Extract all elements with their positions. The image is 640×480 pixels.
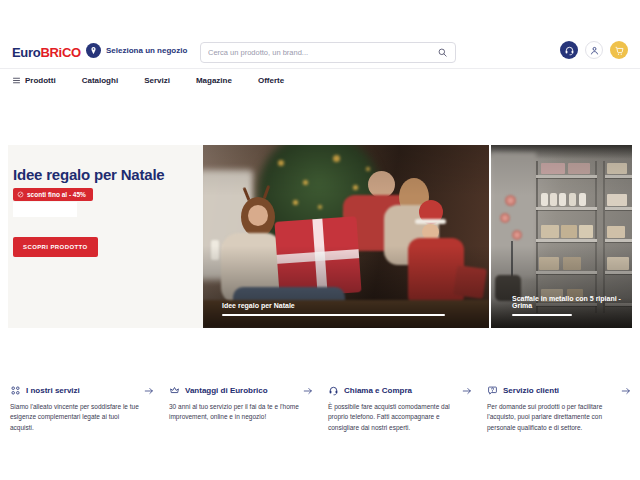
nav-item-magazine[interactable]: Magazine xyxy=(196,76,232,85)
service-card-nostri-servizi: I nostri servizi Siamo l'alleato vincent… xyxy=(10,385,154,433)
service-description: Siamo l'alleato vincente per soddisfare … xyxy=(10,402,154,433)
account-button[interactable] xyxy=(585,41,603,59)
service-link[interactable]: I nostri servizi xyxy=(10,385,154,396)
logo[interactable]: EuroBRiCO xyxy=(12,45,81,60)
nav-item-label: Magazine xyxy=(196,76,232,85)
service-title: I nostri servizi xyxy=(26,386,139,395)
nav-item-label: Offerte xyxy=(258,76,284,85)
service-description: 30 anni al tuo servizio per il fai da te… xyxy=(169,402,313,423)
service-link[interactable]: Chiama e Compra xyxy=(328,385,472,396)
header-actions xyxy=(560,41,628,59)
service-title: Chiama e Compra xyxy=(344,386,457,395)
location-pin-icon xyxy=(86,43,101,58)
headset-icon xyxy=(564,45,575,56)
services-section: I nostri servizi Siamo l'alleato vincent… xyxy=(10,385,632,433)
arrow-right-icon xyxy=(144,386,154,396)
percent-circle-icon xyxy=(17,191,24,198)
slide-caption: Scaffale in metallo con 5 ripiani - Grim… xyxy=(512,295,632,309)
grid-dots-icon xyxy=(10,385,21,396)
service-description: È possibile fare acquisti comodamente da… xyxy=(328,402,472,433)
arrow-right-icon xyxy=(462,386,472,396)
store-selector[interactable]: Seleziona un negozio xyxy=(86,43,187,58)
service-title: Vantaggi di Eurobrico xyxy=(185,386,298,395)
hero-text-panel: Idee regalo per Natale sconti fino al - … xyxy=(8,145,203,328)
hero-title: Idee regalo per Natale xyxy=(13,166,165,183)
hero-slide-christmas[interactable]: Idee regalo per Natale xyxy=(203,145,489,328)
store-selector-label: Seleziona un negozio xyxy=(106,46,187,55)
arrow-right-icon xyxy=(303,386,313,396)
logo-text-brico: BRiCO xyxy=(40,45,80,60)
nav-item-cataloghi[interactable]: Cataloghi xyxy=(82,76,118,85)
search-input[interactable] xyxy=(208,48,437,57)
user-icon xyxy=(589,45,600,56)
discover-product-button[interactable]: SCOPRI PRODOTTO xyxy=(13,237,98,257)
nav-item-offerte[interactable]: Offerte xyxy=(258,76,284,85)
nav-item-label: Servizi xyxy=(144,76,170,85)
chat-question-icon xyxy=(487,385,498,396)
nav-item-label: Prodotti xyxy=(25,76,56,85)
nav-item-servizi[interactable]: Servizi xyxy=(144,76,170,85)
support-button[interactable] xyxy=(560,41,578,59)
service-description: Per domande sui prodotti o per facilitar… xyxy=(487,402,631,433)
headset-icon xyxy=(328,385,339,396)
discount-badge-label: sconti fino al - 45% xyxy=(27,191,86,198)
service-link[interactable]: Servizio clienti xyxy=(487,385,631,396)
slide-gradient-overlay xyxy=(203,145,489,328)
logo-text-euro: Euro xyxy=(12,45,40,60)
search-bar xyxy=(200,42,456,63)
arrow-right-icon xyxy=(621,386,631,396)
service-card-vantaggi: Vantaggi di Eurobrico 30 anni al tuo ser… xyxy=(169,385,313,433)
nav-item-prodotti[interactable]: Prodotti xyxy=(12,76,56,85)
crown-icon xyxy=(169,385,180,396)
header-divider xyxy=(0,68,640,69)
slide-progress-bar xyxy=(512,314,572,316)
discount-badge: sconti fino al - 45% xyxy=(13,188,93,201)
search-icon[interactable] xyxy=(437,47,448,58)
cart-button[interactable] xyxy=(610,41,628,59)
slide-caption: Idee regalo per Natale xyxy=(222,302,295,309)
service-title: Servizio clienti xyxy=(503,386,616,395)
hero-section: Idee regalo per Natale sconti fino al - … xyxy=(8,145,632,328)
nav-item-label: Cataloghi xyxy=(82,76,118,85)
service-link[interactable]: Vantaggi di Eurobrico xyxy=(169,385,313,396)
service-card-servizio-clienti: Servizio clienti Per domande sui prodott… xyxy=(487,385,631,433)
service-card-chiama-e-compra: Chiama e Compra È possibile fare acquist… xyxy=(328,385,472,433)
menu-icon xyxy=(12,76,21,85)
main-nav: Prodotti Cataloghi Servizi Magazine Offe… xyxy=(12,74,284,86)
hero-secondary-badge xyxy=(13,202,77,217)
header: EuroBRiCO Seleziona un negozio xyxy=(8,38,632,68)
hero-slide-shelf[interactable]: Scaffale in metallo con 5 ripiani - Grim… xyxy=(491,145,632,328)
slide-progress-bar xyxy=(222,314,445,316)
cart-icon xyxy=(614,45,625,56)
